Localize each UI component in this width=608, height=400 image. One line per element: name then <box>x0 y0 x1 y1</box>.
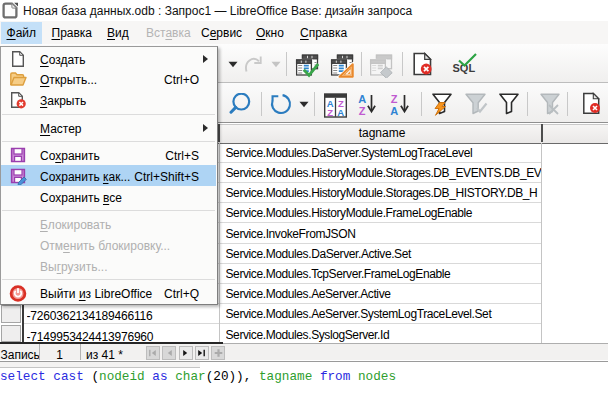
svg-text:A: A <box>337 107 344 118</box>
svg-text:Z: Z <box>359 105 366 117</box>
svg-text:Z: Z <box>391 93 398 105</box>
svg-text:A: A <box>390 105 398 117</box>
svg-text:Z: Z <box>327 107 333 118</box>
svg-text:A: A <box>358 93 366 105</box>
